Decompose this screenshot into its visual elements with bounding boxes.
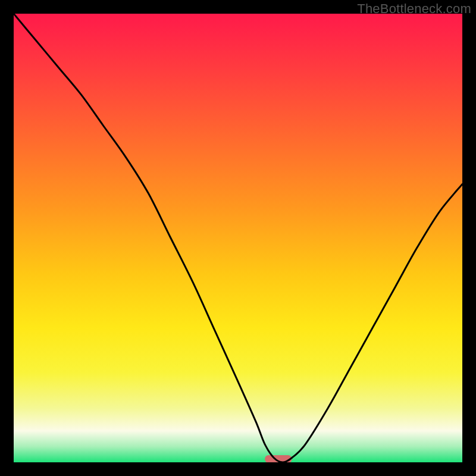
plot-area <box>14 14 462 462</box>
bottleneck-curve <box>14 14 462 462</box>
chart-container: TheBottleneck.com <box>0 0 476 476</box>
curve-layer <box>14 14 462 462</box>
